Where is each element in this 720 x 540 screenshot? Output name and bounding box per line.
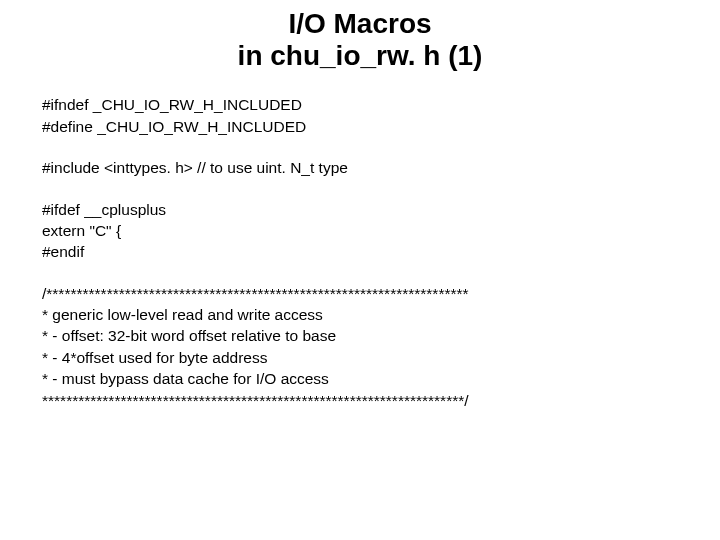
code-line: * - must bypass data cache for I/O acces… (42, 368, 690, 389)
code-line: * - 4*offset used for byte address (42, 347, 690, 368)
code-line: #ifdef __cplusplus (42, 199, 690, 220)
code-line: * - offset: 32-bit word offset relative … (42, 325, 690, 346)
blank-line (42, 263, 690, 283)
title-line-1: I/O Macros (0, 8, 720, 40)
slide-title: I/O Macros in chu_io_rw. h (1) (0, 0, 720, 72)
code-line: #endif (42, 241, 690, 262)
blank-line (42, 137, 690, 157)
code-line: #include <inttypes. h> // to use uint. N… (42, 157, 690, 178)
code-line: /***************************************… (42, 283, 690, 304)
code-line: #ifndef _CHU_IO_RW_H_INCLUDED (42, 94, 690, 115)
blank-line (42, 179, 690, 199)
slide: I/O Macros in chu_io_rw. h (1) #ifndef _… (0, 0, 720, 540)
code-line: ****************************************… (42, 390, 690, 411)
code-line: * generic low-level read and write acces… (42, 304, 690, 325)
code-line: extern "C" { (42, 220, 690, 241)
code-line: #define _CHU_IO_RW_H_INCLUDED (42, 116, 690, 137)
title-line-2: in chu_io_rw. h (1) (0, 40, 720, 72)
code-body: #ifndef _CHU_IO_RW_H_INCLUDED #define _C… (0, 72, 720, 411)
